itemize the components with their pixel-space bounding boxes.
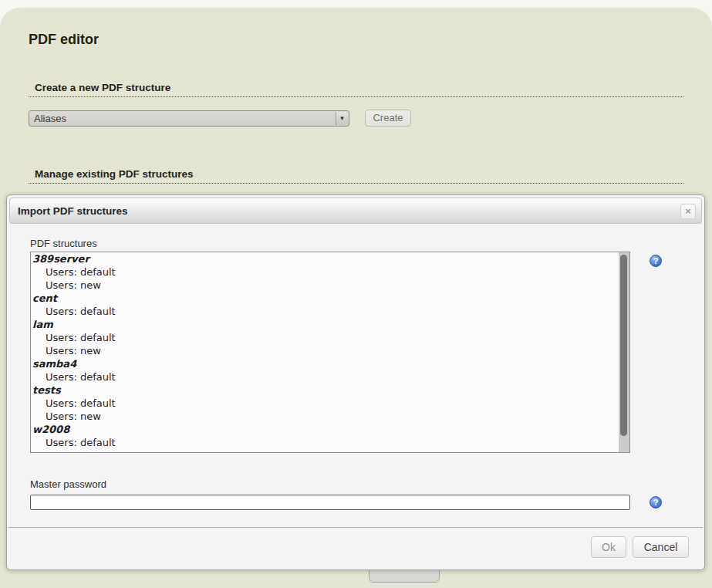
pdf-structures-list[interactable]: 389serverUsers: defaultUsers: newcentUse… bbox=[30, 252, 630, 453]
cancel-button[interactable]: Cancel bbox=[633, 536, 689, 558]
structure-option[interactable]: Users: new bbox=[31, 279, 629, 292]
pdf-structures-label: PDF structures bbox=[30, 238, 97, 249]
master-password-input[interactable] bbox=[30, 495, 630, 510]
scrollbar[interactable] bbox=[619, 252, 629, 452]
structure-group-label: cent bbox=[31, 292, 629, 305]
help-icon[interactable]: ? bbox=[650, 496, 662, 509]
buttonpane-divider bbox=[8, 527, 703, 528]
create-section-heading: Create a new PDF structure bbox=[29, 82, 683, 97]
structure-option[interactable]: Users: new bbox=[31, 410, 629, 423]
structure-option[interactable]: Users: default bbox=[31, 265, 629, 279]
ok-button[interactable]: Ok bbox=[591, 536, 626, 558]
structure-group-label: lam bbox=[31, 318, 629, 331]
structure-type-value: Aliases bbox=[34, 113, 66, 124]
help-icon[interactable]: ? bbox=[650, 255, 662, 267]
structure-group-label: w2008 bbox=[31, 423, 629, 436]
structure-option[interactable]: Users: default bbox=[31, 305, 629, 318]
structure-option[interactable]: Users: default bbox=[31, 436, 629, 449]
structure-group-label: tests bbox=[31, 384, 629, 397]
structure-type-select[interactable]: Aliases ▼ bbox=[29, 110, 349, 127]
structure-option[interactable]: Users: default bbox=[31, 370, 629, 384]
structure-option[interactable]: Users: default bbox=[31, 397, 629, 410]
scrollbar-thumb[interactable] bbox=[620, 255, 627, 436]
structure-option[interactable]: Users: new bbox=[31, 344, 629, 357]
structure-group-label: 389server bbox=[31, 252, 629, 265]
import-pdf-structures-dialog: Import PDF structures × PDF structures 3… bbox=[6, 194, 705, 570]
dialog-titlebar[interactable]: Import PDF structures × bbox=[9, 198, 702, 224]
manage-section-heading: Manage existing PDF structures bbox=[29, 168, 683, 184]
dialog-title: Import PDF structures bbox=[18, 198, 128, 224]
create-button[interactable]: Create bbox=[365, 110, 411, 127]
master-password-label: Master password bbox=[30, 478, 106, 490]
structure-group-label: samba4 bbox=[31, 357, 629, 370]
close-icon[interactable]: × bbox=[680, 204, 696, 219]
structure-option[interactable]: Users: default bbox=[31, 331, 629, 344]
page-title: PDF editor bbox=[29, 32, 99, 48]
dropdown-arrow-icon: ▼ bbox=[336, 112, 348, 125]
